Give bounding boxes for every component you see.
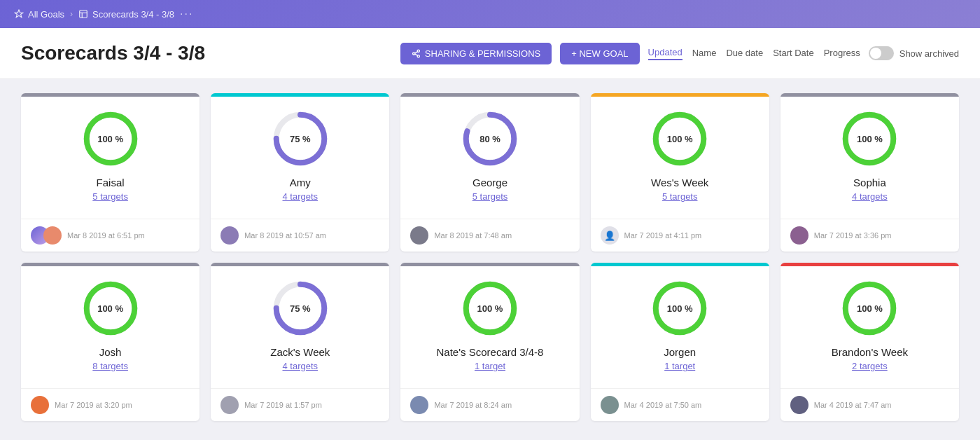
progress-circle: 80 % [462, 111, 518, 167]
card-footer: Mar 8 2019 at 10:57 am [211, 219, 389, 252]
card-targets[interactable]: 8 targets [92, 361, 128, 371]
card-targets[interactable]: 4 targets [282, 191, 318, 202]
card-footer: Mar 4 2019 at 7:50 am [591, 388, 769, 421]
nav-more-dots[interactable]: ··· [180, 8, 193, 20]
card-footer: Mar 7 2019 at 1:57 pm [211, 388, 389, 421]
svg-point-3 [417, 55, 419, 57]
scorecard-card[interactable]: 100 % Josh 8 targets Mar 7 2019 at 3:20 … [21, 263, 200, 421]
card-date: Mar 8 2019 at 6:51 pm [67, 231, 145, 240]
nav-all-goals[interactable]: All Goals [14, 9, 64, 20]
card-body: 100 % Sophia 4 targets [780, 97, 959, 212]
card-body: 100 % Nate's Scorecard 3/4-8 1 target [400, 266, 579, 381]
scorecard-card[interactable]: 100 % Sophia 4 targets Mar 7 2019 at 3:3… [780, 93, 959, 252]
avatar [31, 396, 49, 414]
card-footer: Mar 7 2019 at 8:24 am [400, 388, 579, 421]
card-date: Mar 7 2019 at 8:24 am [434, 401, 512, 409]
scorecard-card[interactable]: 100 % Jorgen 1 target Mar 4 2019 at 7:50… [591, 263, 769, 421]
card-body: 75 % Amy 4 targets [211, 97, 389, 212]
card-targets[interactable]: 5 targets [472, 191, 508, 202]
scorecard-card[interactable]: 100 % Wes's Week 5 targets 👤 Mar 7 2019 … [591, 93, 769, 252]
nav-scorecards[interactable]: Scorecards 3/4 - 3/8 [78, 9, 174, 20]
card-footer: Mar 8 2019 at 7:48 am [400, 219, 579, 252]
card-name: Faisal [97, 177, 125, 188]
card-targets[interactable]: 1 target [475, 361, 505, 371]
sort-progress[interactable]: Progress [824, 48, 860, 60]
card-body: 100 % Josh 8 targets [21, 266, 200, 381]
progress-text: 100 % [857, 303, 883, 314]
avatar [601, 396, 619, 414]
avatar: 👤 [601, 226, 619, 245]
card-date: Mar 8 2019 at 10:57 am [244, 231, 326, 240]
sort-updated[interactable]: Updated [648, 47, 682, 60]
progress-circle: 100 % [841, 111, 897, 167]
scorecard-card[interactable]: 75 % Amy 4 targets Mar 8 2019 at 10:57 a… [211, 93, 389, 252]
card-body: 100 % Jorgen 1 target [591, 266, 769, 381]
card-footer: Mar 7 2019 at 3:20 pm [21, 388, 200, 421]
card-targets[interactable]: 1 target [664, 361, 695, 371]
card-date: Mar 7 2019 at 1:57 pm [244, 401, 322, 409]
svg-point-2 [412, 52, 414, 54]
progress-text: 100 % [97, 134, 123, 144]
card-date: Mar 8 2019 at 7:48 am [434, 231, 512, 240]
card-targets[interactable]: 4 targets [852, 191, 888, 202]
card-footer: 👤 Mar 7 2019 at 4:11 pm [591, 219, 769, 252]
card-targets[interactable]: 5 targets [92, 191, 128, 202]
svg-point-1 [417, 50, 419, 52]
card-body: 75 % Zack's Week 4 targets [211, 266, 389, 381]
sort-due-date[interactable]: Due date [726, 48, 763, 60]
card-name: George [472, 177, 507, 188]
card-body: 100 % Brandon's Week 2 targets [780, 266, 959, 381]
card-name: Nate's Scorecard 3/4-8 [437, 346, 544, 358]
show-archived-toggle-container: Show archived [869, 46, 959, 60]
progress-circle: 100 % [83, 111, 139, 167]
progress-text: 100 % [97, 303, 123, 314]
new-goal-button[interactable]: + NEW GOAL [560, 43, 639, 64]
scorecard-card[interactable]: 100 % Faisal 5 targets Mar 8 2019 at 6:5… [21, 93, 200, 252]
card-name: Wes's Week [651, 177, 708, 188]
card-name: Josh [99, 346, 122, 358]
scorecard-card[interactable]: 100 % Brandon's Week 2 targets Mar 4 201… [780, 263, 959, 421]
card-date: Mar 7 2019 at 3:20 pm [55, 401, 132, 409]
sort-start-date[interactable]: Start Date [773, 48, 814, 60]
card-name: Brandon's Week [832, 346, 908, 358]
card-body: 100 % Wes's Week 5 targets [591, 97, 769, 212]
avatar-secondary [43, 226, 62, 245]
page-header: Scorecards 3/4 - 3/8 SHARING & PERMISSIO… [0, 28, 980, 79]
nav-separator: › [70, 9, 73, 19]
card-targets[interactable]: 4 targets [282, 361, 318, 371]
avatar [410, 226, 428, 245]
progress-circle: 100 % [462, 280, 518, 336]
card-footer: Mar 7 2019 at 3:36 pm [780, 219, 959, 252]
card-body: 100 % Faisal 5 targets [21, 97, 200, 212]
scorecard-card[interactable]: 100 % Nate's Scorecard 3/4-8 1 target Ma… [400, 263, 579, 421]
card-targets[interactable]: 5 targets [662, 191, 698, 202]
card-body: 80 % George 5 targets [400, 97, 579, 212]
top-navigation: All Goals › Scorecards 3/4 - 3/8 ··· [0, 0, 980, 28]
card-name: Jorgen [664, 346, 696, 358]
show-archived-toggle[interactable] [869, 46, 894, 60]
card-name: Amy [290, 177, 311, 188]
sort-name[interactable]: Name [692, 48, 717, 60]
progress-text: 80 % [479, 134, 500, 144]
progress-text: 100 % [857, 134, 883, 144]
progress-circle: 100 % [652, 280, 708, 336]
progress-text: 75 % [290, 303, 311, 314]
scorecard-card[interactable]: 80 % George 5 targets Mar 8 2019 at 7:48… [400, 93, 579, 252]
progress-circle: 75 % [272, 111, 328, 167]
avatar [790, 226, 808, 245]
sharing-permissions-button[interactable]: SHARING & PERMISSIONS [400, 43, 552, 64]
progress-text: 75 % [290, 134, 311, 144]
avatar [410, 396, 428, 414]
scorecard-card[interactable]: 75 % Zack's Week 4 targets Mar 7 2019 at… [211, 263, 389, 421]
avatar [220, 396, 239, 414]
avatar [790, 396, 808, 414]
card-date: Mar 7 2019 at 3:36 pm [814, 231, 892, 240]
progress-circle: 100 % [83, 280, 139, 336]
progress-circle: 75 % [272, 280, 328, 336]
progress-text: 100 % [477, 303, 503, 314]
card-targets[interactable]: 2 targets [852, 361, 888, 371]
card-footer: Mar 8 2019 at 6:51 pm [21, 219, 200, 252]
progress-circle: 100 % [841, 280, 897, 336]
sort-options: Updated Name Due date Start Date Progres… [648, 47, 860, 60]
card-name: Zack's Week [270, 346, 330, 358]
